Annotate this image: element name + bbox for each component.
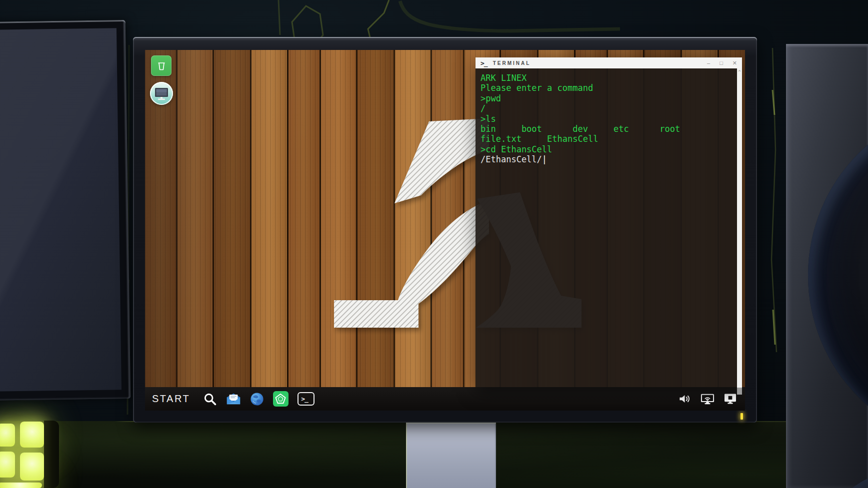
terminal-titlebar[interactable]: >_ TERMINAL – □ ✕ (476, 57, 742, 68)
terminal-line: >pwd (480, 93, 737, 103)
minimize-button[interactable]: – (707, 60, 710, 66)
taskbar-app-icons: >_ (202, 391, 316, 407)
monitor-wifi-icon (700, 393, 714, 405)
game-scene: >_ TERMINAL – □ ✕ ARK LINEXPlease enter … (0, 0, 868, 488)
speaker-icon (679, 394, 691, 404)
terminal-title: TERMINAL (493, 60, 531, 66)
terminal-line: Please enter a command (480, 83, 737, 93)
trash-icon (156, 60, 168, 72)
taskbar: START (145, 387, 745, 411)
power-led (740, 413, 743, 420)
main-monitor: >_ TERMINAL – □ ✕ ARK LINEXPlease enter … (133, 37, 757, 423)
terminal-window: >_ TERMINAL – □ ✕ ARK LINEXPlease enter … (476, 57, 742, 387)
recycle-bin-icon[interactable] (151, 55, 172, 76)
glow-tile (20, 422, 44, 448)
browser-button[interactable] (249, 391, 265, 407)
terminal-line: >cd EthansCell (480, 144, 737, 154)
volume-button[interactable] (678, 393, 692, 405)
terminal-scrollbar[interactable]: ^ (737, 68, 742, 395)
display-button[interactable] (723, 393, 737, 405)
monitor-icon (724, 393, 736, 405)
glow-tile (0, 452, 15, 478)
left-monitor-screen (0, 28, 122, 392)
terminal-line: /EthansCell/| (480, 154, 737, 164)
terminal-line: file.txt EthansCell (480, 134, 737, 144)
glow-tile (0, 483, 42, 488)
terminal-output[interactable]: ARK LINEXPlease enter a command>pwd/>lsb… (476, 68, 737, 387)
terminal-cursor: | (542, 154, 547, 164)
terminal-icon: >_ (298, 392, 314, 406)
system-tray (678, 393, 738, 405)
glow-tile (0, 424, 15, 447)
globe-icon (250, 392, 264, 406)
computer-monitor-icon (150, 82, 173, 105)
mail-icon (226, 393, 241, 406)
search-button[interactable] (202, 391, 218, 407)
mail-button[interactable] (226, 391, 242, 407)
terminal-line: ARK LINEX (480, 73, 737, 83)
terminal-prompt-icon: >_ (480, 59, 488, 67)
speaker-cone (808, 103, 868, 448)
maximize-button[interactable]: □ (720, 60, 723, 66)
scroll-up-icon[interactable]: ^ (737, 70, 742, 74)
start-button[interactable]: START (152, 393, 190, 405)
glowing-tiles (0, 424, 58, 488)
dark-pillar (44, 421, 59, 488)
gem-icon (273, 391, 288, 407)
my-computer-icon[interactable] (150, 82, 173, 105)
speaker-cabinet (786, 44, 868, 488)
window-controls: – □ ✕ (707, 60, 737, 66)
gem-app-button[interactable] (272, 391, 288, 407)
terminal-line: bin boot dev etc root (480, 124, 737, 134)
scrollbar-tail (737, 388, 742, 395)
monitor-stand (406, 423, 496, 488)
close-button[interactable]: ✕ (732, 60, 737, 66)
terminal-line: / (480, 103, 737, 113)
speaker-cone (798, 464, 868, 488)
network-button[interactable] (700, 393, 714, 405)
os-desktop: >_ TERMINAL – □ ✕ ARK LINEXPlease enter … (145, 50, 745, 411)
glow-tile (20, 453, 44, 481)
search-icon (203, 392, 217, 406)
terminal-line: >ls (480, 114, 737, 124)
terminal-app-button[interactable]: >_ (296, 391, 316, 407)
left-monitor (0, 20, 130, 401)
